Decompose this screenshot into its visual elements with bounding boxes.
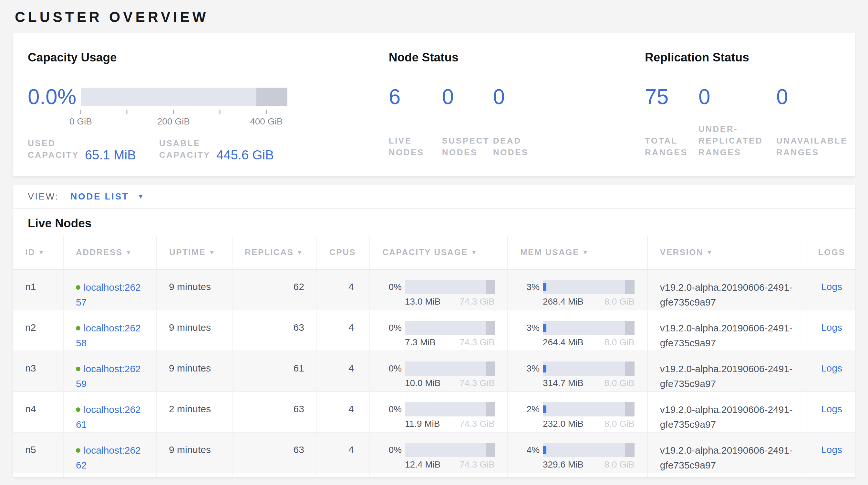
- node-address-cell: localhost:26261: [63, 392, 157, 432]
- mem-used-value: 329.6 MiB: [543, 459, 584, 470]
- capacity-percent-label: 0%: [382, 282, 402, 292]
- mem-percent-label: 3%: [520, 364, 539, 374]
- logs-link[interactable]: Logs: [821, 281, 842, 292]
- replication-status-stats: 75 TOTALRANGES 0 UNDER-REPLICATEDRANGES …: [645, 88, 847, 158]
- column-header-memory[interactable]: MEM USAGE▼: [507, 236, 647, 269]
- mem-percent-label: 2%: [520, 404, 539, 415]
- live-nodes-table: ID▼ADDRESS▼UPTIME▼REPLICAS▼CPUSCAPACITY …: [13, 236, 855, 477]
- stat-label: SUSPECTNODES: [442, 135, 493, 158]
- mem-usage-cell: 2% 232.0 MiB 8.0 GiB: [507, 392, 647, 432]
- stat-value: 75: [645, 86, 699, 107]
- cpus-cell: 4: [317, 269, 370, 310]
- logs-link[interactable]: Logs: [821, 444, 842, 455]
- replicas-cell: 62: [232, 269, 317, 310]
- cpus-cell: 4: [317, 432, 370, 473]
- column-header-version[interactable]: VERSION▼: [647, 236, 808, 269]
- column-header-label: CPUS: [330, 247, 356, 257]
- gauge-tick: [219, 110, 220, 114]
- capacity-bar-dark-segment: [486, 443, 495, 457]
- capacity-bar-dark-segment: [486, 321, 495, 335]
- column-header-label: LOGS: [818, 247, 845, 257]
- capacity-percent-value: 0.0%: [28, 86, 81, 107]
- logs-cell: Logs: [808, 310, 855, 351]
- node-id-cell: n4: [13, 392, 63, 432]
- logs-link[interactable]: Logs: [821, 403, 842, 414]
- mem-bar-fill: [543, 365, 547, 372]
- sort-desc-icon: ▼: [706, 249, 713, 256]
- table-row: n3 localhost:26259 9 minutes 61 4 0% 10.…: [13, 351, 855, 392]
- column-header-uptime[interactable]: UPTIME▼: [157, 236, 232, 269]
- view-selector-dropdown[interactable]: NODE LIST ▼: [70, 192, 145, 202]
- capacity-used-value: 11.9 MiB: [405, 419, 440, 429]
- capacity-stat-value: 65.1 MiB: [85, 148, 136, 162]
- mem-total-value: 8.0 GiB: [604, 337, 634, 348]
- stat-label: LIVENODES: [389, 135, 442, 158]
- sort-desc-icon: ▼: [297, 249, 303, 256]
- capacity-usage-cell: 0% 7.3 MiB 74.3 GiB: [370, 310, 507, 351]
- capacity-stat: USABLECAPACITY 445.6 GiB: [159, 137, 274, 161]
- mem-bar-fill: [543, 446, 547, 454]
- capacity-total-value: 74.3 GiB: [460, 378, 495, 388]
- node-address-link[interactable]: localhost:26262: [76, 445, 141, 470]
- live-nodes-title: Live Nodes: [28, 216, 855, 231]
- cluster-summary-card: Capacity Usage 0.0% 0 GiB200 GiB400 GiB …: [13, 33, 855, 176]
- node-address-link[interactable]: localhost:26259: [76, 364, 141, 389]
- mem-bar-dark-segment: [625, 443, 634, 457]
- nodes-card: VIEW: NODE LIST ▼ Live Nodes ID▼ADDRESS▼…: [13, 185, 855, 477]
- stat-value: 0: [442, 86, 493, 107]
- table-row: n5 localhost:26262 9 minutes 63 4 0% 12.…: [13, 432, 855, 473]
- mem-percent-label: 3%: [520, 282, 539, 292]
- mem-bar: [543, 321, 634, 335]
- node-status-section: Node Status 6 LIVENODES 0 SUSPECTNODES 0…: [389, 51, 645, 176]
- mem-bar-dark-segment: [625, 362, 634, 376]
- mem-total-value: 8.0 GiB: [604, 296, 634, 307]
- mem-total-value: 8.0 GiB: [604, 419, 634, 429]
- capacity-usage-cell: 0% 12.4 MiB 74.3 GiB: [370, 432, 507, 473]
- node-address-cell: localhost:26259: [63, 351, 157, 392]
- mem-usage-cell: 3% 268.4 MiB 8.0 GiB: [507, 269, 647, 310]
- replication-status-section: Replication Status 75 TOTALRANGES 0 UNDE…: [645, 51, 847, 176]
- mem-bar-dark-segment: [625, 321, 634, 335]
- column-header-label: UPTIME: [169, 247, 206, 257]
- logs-link[interactable]: Logs: [821, 322, 842, 333]
- version-text: v19.2.0-alpha.20190606-2491-gfe735c9a97: [660, 321, 801, 350]
- replicas-cell: 63: [232, 432, 317, 473]
- node-address-link[interactable]: localhost:26257: [76, 282, 141, 308]
- column-header-capacity[interactable]: CAPACITY USAGE▼: [370, 236, 507, 269]
- stat-value: 0: [493, 86, 551, 107]
- column-header-id[interactable]: ID▼: [13, 236, 63, 269]
- mem-bar-fill: [543, 283, 547, 291]
- mem-bar: [543, 280, 634, 294]
- node-address-link[interactable]: localhost:26258: [76, 323, 141, 348]
- capacity-stat: USEDCAPACITY 65.1 MiB: [28, 137, 159, 161]
- logs-cell: Logs: [808, 392, 855, 432]
- capacity-stats: USEDCAPACITY 65.1 MiB USABLECAPACITY 445…: [28, 137, 389, 161]
- status-stat: 0 UNAVAILABLERANGES: [776, 88, 847, 158]
- gauge-tick: [266, 110, 267, 114]
- column-header-logs: LOGS: [808, 236, 855, 269]
- column-header-label: VERSION: [660, 247, 704, 257]
- mem-usage-cell: 3% 264.4 MiB 8.0 GiB: [507, 310, 647, 351]
- replicas-cell: 63: [232, 392, 317, 432]
- mem-used-value: 232.0 MiB: [543, 419, 584, 429]
- cpus-cell: 4: [317, 392, 370, 432]
- node-id-cell: n3: [13, 351, 63, 392]
- gauge-tick-label: 400 GiB: [250, 116, 283, 127]
- column-header-replicas[interactable]: REPLICAS▼: [232, 236, 317, 269]
- stat-label: TOTALRANGES: [645, 135, 699, 158]
- mem-total-value: 8.0 GiB: [604, 378, 634, 388]
- gauge-tick-label: 0 GiB: [69, 116, 92, 127]
- sort-desc-icon: ▼: [126, 249, 132, 256]
- uptime-cell: 9 minutes: [157, 310, 232, 351]
- node-address-link[interactable]: localhost:26261: [76, 404, 141, 430]
- live-status-dot-icon: [76, 407, 81, 412]
- sort-desc-icon: ▼: [582, 249, 589, 256]
- logs-link[interactable]: Logs: [821, 363, 842, 373]
- node-id-cell: n5: [13, 432, 63, 473]
- capacity-stat-label: USEDCAPACITY: [28, 137, 79, 161]
- column-header-label: ID: [25, 247, 35, 257]
- uptime-cell: 9 minutes: [157, 432, 232, 473]
- capacity-total-value: 74.3 GiB: [460, 296, 495, 307]
- column-header-address[interactable]: ADDRESS▼: [63, 236, 157, 269]
- stat-value: 0: [699, 86, 776, 107]
